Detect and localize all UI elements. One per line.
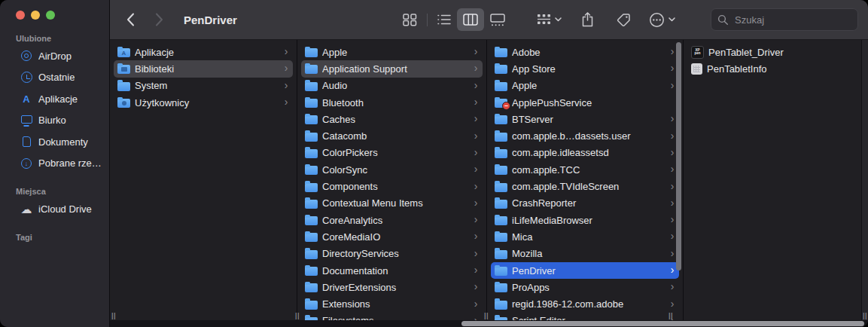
chevron-right-icon <box>669 115 675 124</box>
close-button[interactable] <box>16 11 25 20</box>
file-row[interactable]: CoreMediaIO <box>301 228 483 245</box>
folder-icon <box>305 301 318 310</box>
gallery-view-button[interactable] <box>484 8 511 32</box>
column-resize-handle[interactable] <box>669 313 673 319</box>
folder-icon <box>495 133 507 142</box>
folder-icon <box>495 250 507 259</box>
traffic-lights <box>0 0 109 20</box>
sidebar-section: UlubioneAirDropOstatnieAplikacjeBiurkoDo… <box>0 34 109 174</box>
sidebar-item-pobrane-rze[interactable]: Pobrane rze… <box>5 153 105 175</box>
tag-button[interactable] <box>612 8 635 32</box>
file-row[interactable]: Bluetooth <box>301 94 483 111</box>
more-actions-button[interactable] <box>644 8 680 32</box>
file-row[interactable]: Apple <box>301 44 483 60</box>
search-field[interactable] <box>711 8 858 31</box>
sidebar-item-icloud-drive[interactable]: iCloud Drive <box>5 198 105 220</box>
item-label: com.apple.idleassetsd <box>512 147 665 158</box>
file-row[interactable]: Aplikacje <box>114 44 293 60</box>
chevron-right-icon <box>669 215 675 225</box>
horizontal-scrollbar[interactable] <box>461 321 864 326</box>
file-row[interactable]: CoreAnalytics <box>301 212 483 228</box>
chevron-right-icon <box>669 81 675 90</box>
file-row[interactable]: Mozilla <box>491 246 679 262</box>
folder-icon <box>495 267 507 276</box>
item-label: Catacomb <box>322 130 468 142</box>
file-row[interactable]: Użytkownicy <box>114 94 293 111</box>
group-by-button[interactable] <box>532 9 566 30</box>
item-label: Caches <box>322 114 468 125</box>
file-row[interactable]: Biblioteki <box>114 60 293 77</box>
file-row[interactable]: CrashReporter <box>491 195 679 212</box>
file-row[interactable]: Documentation <box>301 262 483 279</box>
desktop-icon <box>20 115 33 127</box>
file-row[interactable]: ProApps <box>491 279 679 295</box>
forward-button[interactable] <box>151 10 167 29</box>
file-row[interactable]: Components <box>301 178 483 194</box>
file-row[interactable]: ColorPickers <box>301 145 483 161</box>
folder-icon <box>495 233 507 242</box>
file-row[interactable]: App Store <box>491 60 679 77</box>
file-row[interactable]: PenTabletInfo <box>687 60 864 77</box>
file-row[interactable]: System <box>114 78 293 94</box>
chevron-down-icon <box>669 17 675 22</box>
column-view: AplikacjeBibliotekiSystemUżytkownicy App… <box>110 40 868 327</box>
file-row[interactable]: ApplePushService <box>491 94 679 111</box>
sidebar-item-ostatnie[interactable]: Ostatnie <box>5 67 105 89</box>
folder-icon <box>305 233 318 242</box>
file-row[interactable]: BTServer <box>491 111 679 127</box>
file-row[interactable]: Adobe <box>491 44 679 60</box>
column-resize-handle[interactable] <box>111 313 116 319</box>
folder-icon <box>495 99 507 108</box>
item-label: PenDriver <box>512 265 665 277</box>
file-row[interactable]: com.apple.b…dassets.user <box>491 127 679 144</box>
chevron-right-icon <box>669 300 675 309</box>
file-row[interactable]: Application Support <box>301 60 483 77</box>
list-view-button[interactable] <box>431 8 457 31</box>
column-view-button[interactable] <box>457 8 484 31</box>
file-row[interactable]: Mica <box>491 228 679 245</box>
share-button[interactable] <box>577 8 598 32</box>
item-label: CoreAnalytics <box>322 215 468 226</box>
column-4: PenTablet_DriverPenTabletInfo <box>684 40 868 327</box>
sidebar-item-dokumenty[interactable]: Dokumenty <box>5 131 105 153</box>
file-row[interactable]: Apple <box>491 78 679 94</box>
chevron-right-icon <box>473 64 479 73</box>
icon-view-button[interactable] <box>397 8 423 32</box>
file-row[interactable]: DirectoryServices <box>301 246 483 262</box>
file-row[interactable]: PenTablet_Driver <box>687 44 864 60</box>
file-row[interactable]: Audio <box>301 78 483 94</box>
file-row[interactable]: Extensions <box>301 295 483 312</box>
file-row[interactable]: DriverExtensions <box>301 279 483 295</box>
chevron-right-icon <box>473 266 479 275</box>
column-resize-handle[interactable] <box>295 313 300 319</box>
column-resize-handle[interactable] <box>484 313 489 319</box>
file-row[interactable]: com.apple.TCC <box>491 161 679 178</box>
file-row[interactable]: PenDriver <box>491 262 679 279</box>
file-row[interactable]: com.apple.idleassetsd <box>491 145 679 161</box>
item-label: System <box>135 80 279 91</box>
file-row[interactable]: Catacomb <box>301 127 483 144</box>
chevron-right-icon <box>473 132 479 141</box>
column-resize-handle[interactable] <box>863 313 867 319</box>
folder-icon <box>117 65 130 74</box>
minimize-button[interactable] <box>31 11 40 20</box>
search-input[interactable] <box>733 14 851 26</box>
plist-icon <box>691 63 702 75</box>
file-row[interactable]: regid.1986-12.com.adobe <box>491 295 679 312</box>
file-row[interactable]: Contextual Menu Items <box>301 195 483 212</box>
file-row[interactable]: ColorSync <box>301 161 483 178</box>
sidebar-item-airdrop[interactable]: AirDrop <box>5 45 105 67</box>
sidebar-section: Tagi <box>0 233 109 242</box>
folder-icon <box>495 283 507 292</box>
file-row[interactable]: Caches <box>301 111 483 127</box>
sidebar-item-aplikacje[interactable]: Aplikacje <box>5 88 105 110</box>
file-row[interactable]: com.apple.TVIdleScreen <box>491 178 679 194</box>
chevron-right-icon <box>473 249 479 258</box>
zoom-button[interactable] <box>46 11 55 20</box>
sidebar-item-biurko[interactable]: Biurko <box>5 110 105 132</box>
vertical-scrollbar[interactable] <box>676 42 681 270</box>
file-row[interactable]: iLifeMediaBrowser <box>491 212 679 228</box>
back-button[interactable] <box>122 10 139 29</box>
item-label: Mica <box>512 231 665 243</box>
chevron-right-icon <box>473 232 479 241</box>
